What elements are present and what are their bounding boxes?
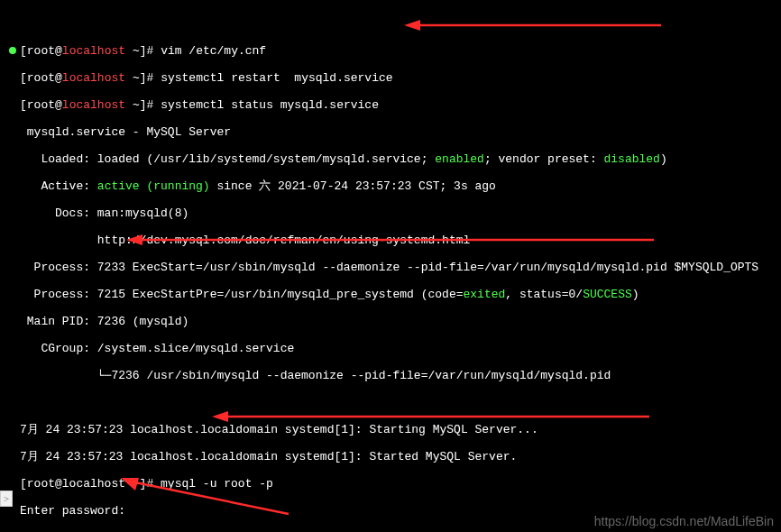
line-log1: 7月 24 23:57:23 localhost.localdomain sys… — [20, 423, 538, 436]
line-docs1: Docs: man:mysqld(8) — [20, 206, 188, 220]
line-mainpid: Main PID: 7236 (mysqld) — [20, 315, 188, 328]
line-proc2: Process: 7215 ExecStartPre=/usr/bin/mysq… — [20, 288, 639, 301]
line-unit: mysqld.service - MySQL Server — [20, 125, 231, 139]
watermark: https://blog.csdn.net/MadLifeBin — [594, 514, 774, 528]
line-mysql-cmd: [root@localhost ~]# mysql -u root -p — [20, 477, 273, 491]
line-log2: 7月 24 23:57:23 localhost.localdomain sys… — [20, 450, 517, 463]
line-blank — [20, 396, 27, 409]
line-cmd3: [root@localhost ~]# systemctl status mys… — [20, 98, 379, 112]
line-cgroup1: CGroup: /system.slice/mysqld.service — [20, 342, 294, 355]
gutter-indicator: > — [0, 491, 13, 507]
line-cgroup2: └─7236 /usr/sbin/mysqld --daemonize --pi… — [20, 369, 611, 382]
line-proc1: Process: 7233 ExecStart=/usr/sbin/mysqld… — [20, 261, 758, 274]
line-enter-pass: Enter password: — [20, 504, 133, 518]
line-loaded: Loaded: loaded (/usr/lib/systemd/system/… — [20, 152, 667, 166]
terminal-view[interactable]: [root@localhost ~]# vim /etc/my.cnf [roo… — [0, 0, 781, 532]
line-docs2: http://dev.mysql.com/doc/refman/en/using… — [20, 234, 470, 247]
line-active: Active: active (running) since 六 2021-07… — [20, 179, 496, 193]
dot-indicator — [9, 47, 16, 54]
line-cmd2: [root@localhost ~]# systemctl restart my… — [20, 71, 393, 85]
line-cmd1: [root@localhost ~]# vim /etc/my.cnf — [20, 44, 266, 58]
